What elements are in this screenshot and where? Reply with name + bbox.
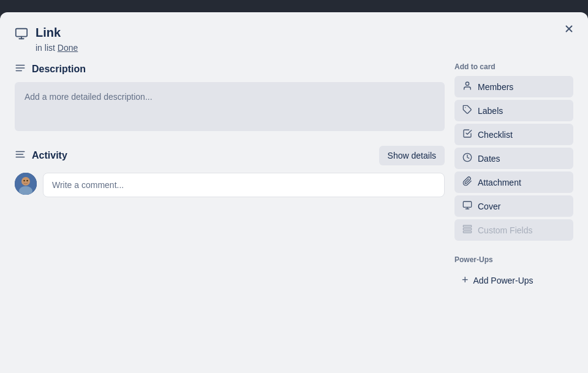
comment-row: Write a comment...	[15, 173, 445, 197]
activity-icon	[15, 149, 26, 162]
cover-icon	[462, 200, 473, 212]
custom-fields-button: Custom Fields	[454, 219, 573, 241]
dates-button[interactable]: Dates	[454, 148, 573, 169]
list-link[interactable]: Done	[58, 43, 78, 53]
main-content: Description Add a more detailed descript…	[15, 62, 445, 373]
dates-label: Dates	[478, 154, 500, 164]
close-button[interactable]	[560, 20, 578, 38]
custom-fields-icon	[462, 224, 473, 236]
checklist-icon	[462, 129, 473, 140]
comment-placeholder: Write a comment...	[52, 180, 124, 190]
plus-icon: +	[462, 274, 469, 287]
power-ups-title: Power-Ups	[454, 255, 573, 264]
svg-point-16	[466, 82, 469, 85]
sidebar: Add to card Members	[454, 62, 583, 373]
list-prefix: in list	[36, 43, 55, 53]
card-title: Link	[36, 24, 573, 40]
comment-input[interactable]: Write a comment...	[43, 173, 445, 197]
dates-icon	[462, 153, 473, 164]
activity-header: Activity Show details	[15, 146, 445, 165]
members-icon	[462, 81, 473, 92]
description-title: Description	[32, 64, 86, 75]
avatar-image	[15, 173, 37, 195]
header-content: Link in list Done	[36, 24, 573, 53]
svg-point-15	[26, 180, 28, 181]
modal-header: Link in list Done	[0, 12, 588, 53]
checklist-button[interactable]: Checklist	[454, 124, 573, 145]
svg-rect-24	[463, 231, 471, 233]
add-to-card-title: Add to card	[454, 62, 573, 71]
svg-rect-0	[16, 29, 27, 37]
svg-rect-22	[463, 225, 471, 227]
svg-rect-23	[463, 228, 471, 230]
labels-icon	[462, 105, 473, 116]
svg-point-14	[23, 180, 24, 181]
show-details-button[interactable]: Show details	[379, 146, 445, 165]
modal-overlay: Link in list Done	[0, 0, 588, 373]
svg-rect-19	[463, 202, 471, 207]
description-section: Description Add a more detailed descript…	[15, 62, 445, 131]
custom-fields-label: Custom Fields	[478, 225, 532, 235]
add-to-card-section: Add to card Members	[454, 62, 573, 243]
power-ups-section: Power-Ups + Add Power-Ups	[454, 255, 573, 292]
activity-section: Activity Show details	[15, 146, 445, 197]
labels-button[interactable]: Labels	[454, 100, 573, 121]
attachment-icon	[462, 176, 473, 188]
description-input[interactable]: Add a more detailed description...	[15, 82, 445, 131]
activity-title-group: Activity	[15, 149, 67, 162]
card-list-info: in list Done	[36, 43, 573, 53]
card-modal: Link in list Done	[0, 12, 588, 373]
cover-button[interactable]: Cover	[454, 195, 573, 217]
checklist-label: Checklist	[478, 130, 513, 140]
attachment-label: Attachment	[478, 178, 521, 187]
add-power-up-button[interactable]: + Add Power-Ups	[454, 269, 573, 292]
members-button[interactable]: Members	[454, 76, 573, 97]
user-avatar	[15, 173, 37, 195]
members-label: Members	[478, 82, 513, 92]
attachment-button[interactable]: Attachment	[454, 171, 573, 193]
labels-label: Labels	[478, 106, 503, 116]
description-icon	[15, 62, 26, 76]
modal-body: Description Add a more detailed descript…	[0, 53, 588, 373]
svg-point-12	[21, 177, 30, 186]
card-type-icon	[15, 27, 28, 43]
activity-title: Activity	[32, 150, 67, 161]
add-power-up-label: Add Power-Ups	[473, 276, 533, 285]
description-header: Description	[15, 62, 445, 76]
cover-label: Cover	[478, 202, 500, 211]
